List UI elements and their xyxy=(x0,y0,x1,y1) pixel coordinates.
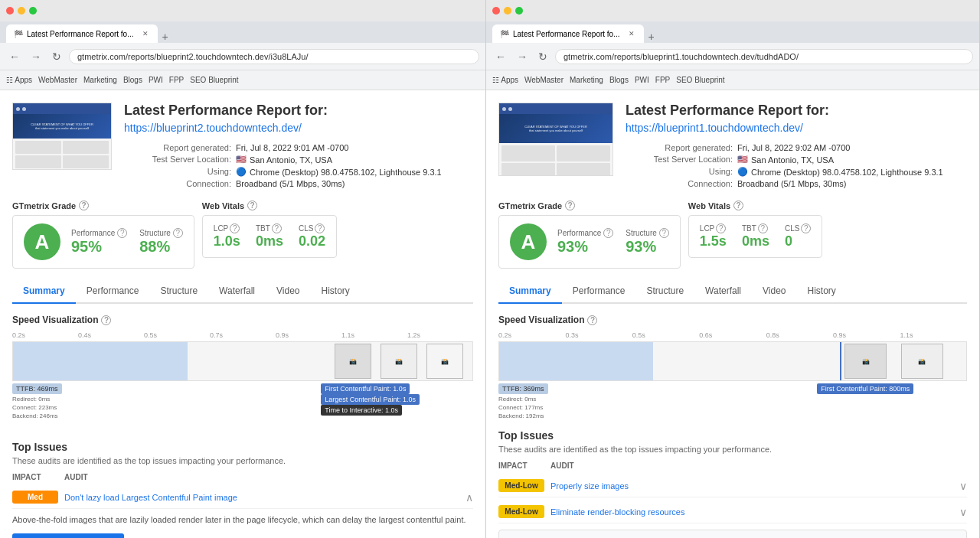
left-gtmetrix-help-icon[interactable]: ? xyxy=(79,201,89,210)
left-audit-expand-1[interactable]: ∧ xyxy=(466,491,473,504)
right-bookmark-webmaster[interactable]: WebMaster xyxy=(524,76,564,84)
left-bookmark-pwi[interactable]: PWI xyxy=(149,76,163,84)
right-audit-label-1[interactable]: Properly size images xyxy=(550,481,953,491)
maximize-icon[interactable] xyxy=(29,7,37,15)
left-tab-structure[interactable]: Structure xyxy=(149,279,208,304)
right-performance-help-icon[interactable]: ? xyxy=(603,228,613,238)
right-bookmark-blogs[interactable]: Blogs xyxy=(609,76,629,84)
right-address-bar[interactable]: gtmetrix.com/reports/blueprint1.touchdow… xyxy=(555,49,973,64)
right-minimize-icon[interactable] xyxy=(504,7,511,15)
left-tab-waterfall[interactable]: Waterfall xyxy=(208,279,266,304)
left-audit-label-1[interactable]: Don't lazy load Largest Contentful Paint… xyxy=(64,493,459,502)
right-lcp-help-icon[interactable]: ? xyxy=(716,223,726,233)
right-maximize-icon[interactable] xyxy=(515,7,523,15)
right-audit-expand-1[interactable]: ∨ xyxy=(959,480,967,492)
left-ttfb-annotation: TTFB: 469ms xyxy=(12,383,62,394)
right-gtmetrix-title: GTmetrix Grade ? xyxy=(498,201,681,210)
close-icon[interactable] xyxy=(6,7,14,15)
right-top-issues-title: Top Issues xyxy=(498,429,967,442)
left-address-bar[interactable]: gtmetrix.com/reports/blueprint2.touchdow… xyxy=(69,49,479,64)
right-active-tab[interactable]: 🏁 Latest Performance Report fo... ✕ xyxy=(492,24,644,43)
left-learn-btn[interactable]: Learn how to improve this xyxy=(12,533,124,538)
left-cls-help-icon[interactable]: ? xyxy=(315,223,325,233)
right-audit-label-2[interactable]: Eliminate render-blocking resources xyxy=(550,507,953,517)
right-web-vitals-help-icon[interactable]: ? xyxy=(733,201,743,210)
left-tab-history[interactable]: History xyxy=(310,279,360,304)
left-bookmark-seo[interactable]: SEO Blueprint xyxy=(190,76,238,84)
right-bookmark-pwi[interactable]: PWI xyxy=(635,76,649,84)
right-generated-value: Fri, Jul 8, 2022 9:02 AM -0700 xyxy=(737,143,850,152)
left-tabs-row: Summary Performance Structure Waterfall … xyxy=(12,279,473,304)
right-report-title: Latest Performance Report for: xyxy=(626,103,967,119)
right-performance-value: 93% xyxy=(557,238,613,256)
right-report-title-section: Latest Performance Report for: https://b… xyxy=(626,103,967,188)
right-tab-summary[interactable]: Summary xyxy=(498,279,562,304)
right-tab-structure[interactable]: Structure xyxy=(635,279,694,304)
right-impact-badge-1: Med-Low xyxy=(498,479,544,492)
right-tbt-help-icon[interactable]: ? xyxy=(758,223,768,233)
left-bookmark-webmaster[interactable]: WebMaster xyxy=(38,76,77,84)
right-report-header: CLEAR STATEMENT OF WHAT YOU OFFERthat st… xyxy=(498,103,967,188)
left-bookmark-fpp[interactable]: FPP xyxy=(169,76,184,84)
right-speed-viz-help-icon[interactable]: ? xyxy=(587,315,597,325)
left-structure-help-icon[interactable]: ? xyxy=(173,228,183,238)
right-tab-performance[interactable]: Performance xyxy=(562,279,636,304)
right-cls-help-icon[interactable]: ? xyxy=(801,223,811,233)
left-performance-value: 95% xyxy=(71,238,127,256)
right-report-url[interactable]: https://blueprint1.touchdowntech.dev/ xyxy=(626,122,967,134)
left-site-thumbnail: CLEAR STATEMENT OF WHAT YOU OFFERthat st… xyxy=(12,103,112,170)
left-cls-label: CLS ? xyxy=(299,223,325,233)
left-speed-viz-help-icon[interactable]: ? xyxy=(101,315,111,325)
right-using-label: Using: xyxy=(626,167,733,177)
left-using-value: 🔵 Chrome (Desktop) 98.0.4758.102, Lighth… xyxy=(236,167,442,177)
right-tab-label: Latest Performance Report fo... xyxy=(513,30,620,38)
left-gtmetrix-title: GTmetrix Grade ? xyxy=(12,201,194,210)
right-tab-close[interactable]: ✕ xyxy=(627,29,636,38)
left-tab-video[interactable]: Video xyxy=(266,279,310,304)
left-bookmark-apps[interactable]: ☷ Apps xyxy=(6,76,32,84)
right-tabs-row: Summary Performance Structure Waterfall … xyxy=(498,279,967,304)
right-bookmark-marketing[interactable]: Marketing xyxy=(570,76,603,84)
right-reload-button[interactable]: ↻ xyxy=(535,49,550,64)
left-tbt-help-icon[interactable]: ? xyxy=(272,223,282,233)
left-forward-button[interactable]: → xyxy=(28,49,44,64)
left-lcp-label: LCP ? xyxy=(214,223,240,233)
left-generated-label: Report generated: xyxy=(124,143,231,152)
left-reload-button[interactable]: ↻ xyxy=(49,49,64,64)
left-tab-close[interactable]: ✕ xyxy=(141,29,150,38)
left-new-tab-button[interactable]: + xyxy=(159,31,172,43)
right-new-tab-button[interactable]: + xyxy=(645,31,658,43)
right-tbt-metric: TBT ? 0ms xyxy=(742,223,769,249)
right-bookmark-fpp[interactable]: FPP xyxy=(655,76,670,84)
right-bookmark-apps[interactable]: ☷ Apps xyxy=(492,76,518,84)
right-tab-history[interactable]: History xyxy=(796,279,846,304)
left-col-audit: AUDIT xyxy=(64,473,473,481)
right-forward-button[interactable]: → xyxy=(514,49,531,64)
right-structure-value: 93% xyxy=(626,238,669,256)
left-performance-help-icon[interactable]: ? xyxy=(117,228,127,238)
left-bookmark-marketing[interactable]: Marketing xyxy=(83,76,117,84)
left-tab-performance[interactable]: Performance xyxy=(76,279,150,304)
right-lcp-label: LCP ? xyxy=(700,223,726,233)
right-tab-video[interactable]: Video xyxy=(752,279,796,304)
right-audit-expand-2[interactable]: ∨ xyxy=(959,506,967,518)
left-lcp-help-icon[interactable]: ? xyxy=(230,223,240,233)
left-tab-summary[interactable]: Summary xyxy=(12,279,76,304)
left-bookmark-blogs[interactable]: Blogs xyxy=(123,76,142,84)
right-back-button[interactable]: ← xyxy=(492,49,509,64)
left-back-button[interactable]: ← xyxy=(6,49,23,64)
right-tab-waterfall[interactable]: Waterfall xyxy=(694,279,752,304)
right-close-icon[interactable] xyxy=(492,7,500,15)
right-structure-help-icon[interactable]: ? xyxy=(659,228,669,238)
minimize-icon[interactable] xyxy=(18,7,25,15)
right-server-value: 🇺🇸 San Antonio, TX, USA xyxy=(737,155,834,165)
left-gtmetrix-section: GTmetrix Grade ? A Performance ? 95% xyxy=(12,201,194,269)
right-gtmetrix-help-icon[interactable]: ? xyxy=(565,201,575,210)
left-web-vitals-help-icon[interactable]: ? xyxy=(247,201,257,210)
left-report-url[interactable]: https://blueprint2.touchdowntech.dev/ xyxy=(124,122,473,134)
left-active-tab[interactable]: 🏁 Latest Performance Report fo... ✕ xyxy=(6,24,158,43)
right-bookmark-seo[interactable]: SEO Blueprint xyxy=(676,76,724,84)
left-web-vitals-box: LCP ? 1.0s TBT ? 0ms CLS xyxy=(202,215,337,258)
right-structure-metric: Structure ? 93% xyxy=(626,228,669,256)
left-traffic-lights xyxy=(6,7,37,15)
